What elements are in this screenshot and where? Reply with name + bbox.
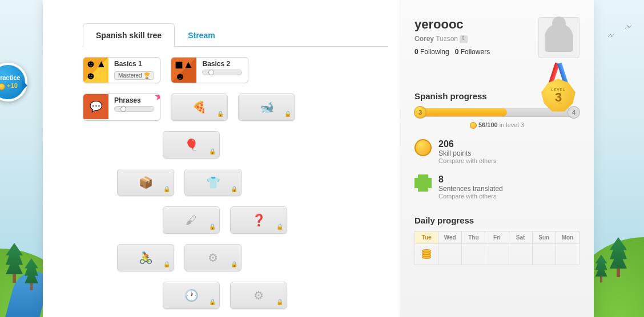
basics-icon: ☻▲☻ [83, 58, 108, 83]
locked-skill[interactable]: 🖌🔒 [163, 206, 220, 234]
lock-icon: 🔒 [284, 111, 291, 117]
level-medal: LEVEL 3 [536, 63, 581, 114]
lock-icon: 🔒 [209, 223, 216, 230]
day-cell[interactable]: Tue [414, 231, 438, 265]
locked-skill[interactable]: 🕐🔒 [163, 282, 220, 309]
tab-skill-tree[interactable]: Spanish skill tree [83, 23, 175, 47]
lock-icon: 🔒 [163, 261, 170, 267]
main-card: Practice +10 Spanish skill tree Stream ☻… [43, 0, 594, 317]
skill-title: Basics 2 [202, 60, 242, 68]
lock-icon: 🔒 [231, 261, 238, 267]
daily-title: Daily progress [414, 216, 579, 225]
locked-skill[interactable]: 🚴🔒 [117, 244, 174, 271]
practice-badge[interactable]: Practice +10 [0, 63, 43, 105]
daily-grid: Tue Wed Thu Fri Sat Sun Mon [414, 231, 579, 265]
star-icon: ★ [154, 94, 160, 103]
profile-panel: yeroooc Corey Tucson 0 Following 0 Follo… [400, 0, 594, 317]
locked-skill[interactable]: ⚙🔒 [184, 244, 242, 271]
tabs: Spanish skill tree Stream [83, 23, 388, 47]
avatar[interactable] [538, 17, 579, 58]
skill-tree-panel: Practice +10 Spanish skill tree Stream ☻… [43, 0, 400, 317]
locked-skill[interactable]: ❓🔒 [230, 206, 287, 234]
phrases-icon: 💬 [83, 94, 108, 119]
puzzle-icon [414, 174, 432, 192]
day-cell[interactable]: Wed [438, 231, 462, 265]
username: yeroooc [414, 17, 490, 32]
lock-icon: 🔒 [231, 186, 238, 192]
lock-icon: 🔒 [276, 223, 283, 230]
tab-stream[interactable]: Stream [175, 23, 228, 47]
skill-phrases[interactable]: ★ 💬 Phrases [83, 94, 160, 121]
skill-progress-bar [114, 106, 154, 112]
lock-icon: 🔒 [276, 299, 283, 305]
locked-skill[interactable]: 👕🔒 [184, 169, 242, 196]
follow-stats: 0 Following 0 Followers [414, 48, 490, 56]
day-cell[interactable]: Sat [509, 231, 533, 265]
user-meta: Corey Tucson [414, 35, 490, 43]
basics-icon: ◼▲☻ [171, 58, 196, 83]
lock-icon: 🔒 [209, 299, 216, 305]
skill-title: Phrases [114, 96, 154, 104]
day-cell[interactable]: Mon [556, 231, 579, 265]
mastered-badge: Mastered 🏆 [114, 71, 154, 80]
bird-icon: 𐊏 [607, 31, 615, 40]
day-cell[interactable]: Sun [532, 231, 556, 265]
stat-skill-points: 206 Skill points Compare with others [414, 139, 579, 164]
skill-basics-1[interactable]: ☻▲☻ Basics 1 Mastered 🏆 [83, 57, 160, 83]
skill-progress-bar [202, 70, 242, 75]
locked-skill[interactable]: 🐋🔒 [238, 94, 295, 121]
progress-caption: 56/100 in level 3 [414, 121, 579, 129]
lock-icon: 🔒 [209, 148, 216, 155]
coin-icon [470, 122, 477, 129]
stat-sentences: 8 Sentences translated Compare with othe… [414, 174, 579, 200]
lock-icon: 🔒 [217, 111, 224, 117]
progress-start-level: 3 [414, 106, 426, 119]
locked-skill[interactable]: ⚙🔒 [230, 282, 287, 309]
skill-basics-2[interactable]: ◼▲☻ Basics 2 [171, 57, 248, 83]
day-cell[interactable]: Thu [461, 231, 485, 265]
practice-label: Practice [0, 74, 20, 81]
compare-link[interactable]: Compare with others [438, 157, 497, 164]
compare-link[interactable]: Compare with others [438, 193, 503, 200]
bird-icon: 𐊏 [625, 23, 633, 32]
locked-skill[interactable]: 🎈🔒 [163, 131, 220, 158]
lock-icon: 🔒 [163, 186, 170, 192]
coin-stack-icon [422, 250, 431, 259]
locked-skill[interactable]: 🍕🔒 [171, 94, 228, 121]
locked-skill[interactable]: 📦🔒 [117, 169, 174, 196]
day-cell[interactable]: Fri [485, 231, 509, 265]
twitter-icon[interactable] [460, 35, 468, 43]
coin-icon [414, 139, 432, 156]
skill-title: Basics 1 [114, 60, 154, 68]
